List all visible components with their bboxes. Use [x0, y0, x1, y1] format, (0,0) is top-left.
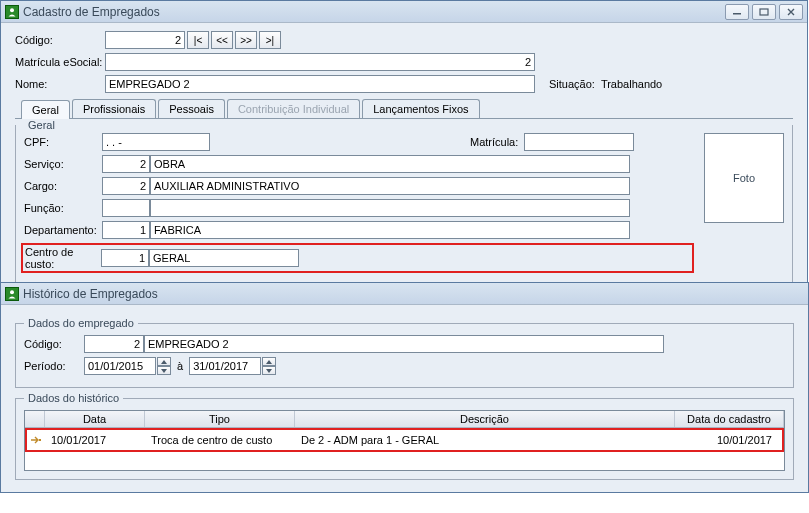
spin-up[interactable] [157, 357, 171, 366]
servico-nome-field[interactable]: OBRA [150, 155, 630, 173]
servico-label: Serviço: [24, 158, 102, 170]
periodo-de-spinner[interactable]: 01/01/2015 [84, 357, 171, 375]
hist-codigo-label: Código: [24, 338, 84, 350]
periodo-ate-field[interactable]: 31/01/2017 [189, 357, 261, 375]
dados-historico-legend: Dados do histórico [24, 392, 123, 404]
periodo-de-field[interactable]: 01/01/2015 [84, 357, 156, 375]
nav-first-button[interactable]: |< [187, 31, 209, 49]
svg-point-0 [10, 8, 14, 12]
grid-header: Data Tipo Descrição Data do cadastro [25, 411, 784, 428]
cell-tipo: Troca de centro de custo [145, 432, 295, 448]
window-title-2: Histórico de Empregados [23, 287, 804, 301]
funcao-label: Função: [24, 202, 102, 214]
app-icon [5, 5, 19, 19]
titlebar: Cadastro de Empregados [1, 1, 807, 23]
nav-prev-button[interactable]: << [211, 31, 233, 49]
spin-up-2[interactable] [262, 357, 276, 366]
history-grid[interactable]: Data Tipo Descrição Data do cadastro 10/… [24, 410, 785, 471]
hist-codigo-field[interactable]: 2 [84, 335, 144, 353]
svg-rect-1 [733, 13, 741, 15]
nav-next-button[interactable]: >> [235, 31, 257, 49]
svg-rect-2 [760, 9, 768, 15]
cell-data: 10/01/2017 [45, 432, 145, 448]
cell-data-cadastro: 10/01/2017 [675, 432, 782, 448]
spin-down[interactable] [157, 366, 171, 375]
dados-historico-fieldset: Dados do histórico Data Tipo Descrição D… [15, 392, 794, 480]
situacao-value: Trabalhando [601, 78, 662, 90]
app-icon-2 [5, 287, 19, 301]
ate-label: à [177, 360, 183, 372]
departamento-nome-field[interactable]: FABRICA [150, 221, 630, 239]
titlebar-2: Histórico de Empregados [1, 283, 808, 305]
tab-contribuicao: Contribuição Individual [227, 99, 360, 118]
cargo-nome-field[interactable]: AUXILIAR ADMINISTRATIVO [150, 177, 630, 195]
dados-empregado-legend: Dados do empregado [24, 317, 138, 329]
situacao-label: Situação: [549, 78, 595, 90]
maximize-button[interactable] [752, 4, 776, 20]
centro-custo-nome-field[interactable]: GERAL [149, 249, 299, 267]
nome-label: Nome: [15, 78, 105, 90]
departamento-cod-field[interactable]: 1 [102, 221, 150, 239]
matricula-label: Matrícula: [470, 136, 518, 148]
cpf-label: CPF: [24, 136, 102, 148]
tab-geral[interactable]: Geral [21, 100, 70, 119]
nome-field[interactable]: EMPREGADO 2 [105, 75, 535, 93]
matricula-esocial-field[interactable]: 2 [105, 53, 535, 71]
close-button[interactable] [779, 4, 803, 20]
hist-nome-field[interactable]: EMPREGADO 2 [144, 335, 664, 353]
geral-legend: Geral [24, 119, 59, 131]
centro-custo-cod-field[interactable]: 1 [101, 249, 149, 267]
tabs: Geral Profissionais Pessoais Contribuiçã… [15, 99, 793, 119]
centro-custo-label: Centro de custo: [25, 246, 101, 270]
minimize-button[interactable] [725, 4, 749, 20]
nav-last-button[interactable]: >| [259, 31, 281, 49]
geral-fieldset: Geral CPF: . . - Matrícula: Serviço: 2 O… [15, 119, 793, 286]
employee-history-window: Histórico de Empregados Dados do emprega… [0, 282, 809, 493]
col-data-cadastro[interactable]: Data do cadastro [675, 411, 784, 427]
foto-box[interactable]: Foto [704, 133, 784, 223]
employee-register-window: Cadastro de Empregados Código: 2 |< << >… [0, 0, 808, 299]
col-data[interactable]: Data [45, 411, 145, 427]
row-pointer-icon [29, 433, 43, 447]
matricula-field[interactable] [524, 133, 634, 151]
funcao-nome-field[interactable] [150, 199, 630, 217]
window-title: Cadastro de Empregados [23, 5, 725, 19]
cargo-label: Cargo: [24, 180, 102, 192]
periodo-label: Período: [24, 360, 84, 372]
codigo-field[interactable]: 2 [105, 31, 185, 49]
dados-empregado-fieldset: Dados do empregado Código: 2 EMPREGADO 2… [15, 317, 794, 388]
svg-point-3 [10, 290, 14, 294]
cargo-cod-field[interactable]: 2 [102, 177, 150, 195]
tab-pessoais[interactable]: Pessoais [158, 99, 225, 118]
servico-cod-field[interactable]: 2 [102, 155, 150, 173]
cpf-field[interactable]: . . - [102, 133, 210, 151]
col-descricao[interactable]: Descrição [295, 411, 675, 427]
tab-lancamentos[interactable]: Lançamentos Fixos [362, 99, 479, 118]
matricula-esocial-label: Matrícula eSocial: [15, 56, 105, 68]
cell-descricao: De 2 - ADM para 1 - GERAL [295, 432, 675, 448]
centro-custo-row: Centro de custo: 1 GERAL [21, 243, 694, 273]
spin-down-2[interactable] [262, 366, 276, 375]
funcao-cod-field[interactable] [102, 199, 150, 217]
foto-label: Foto [733, 172, 755, 184]
tab-profissionais[interactable]: Profissionais [72, 99, 156, 118]
periodo-ate-spinner[interactable]: 31/01/2017 [189, 357, 276, 375]
codigo-label: Código: [15, 34, 105, 46]
col-tipo[interactable]: Tipo [145, 411, 295, 427]
table-row[interactable]: 10/01/2017 Troca de centro de custo De 2… [25, 428, 784, 452]
departamento-label: Departamento: [24, 224, 102, 236]
